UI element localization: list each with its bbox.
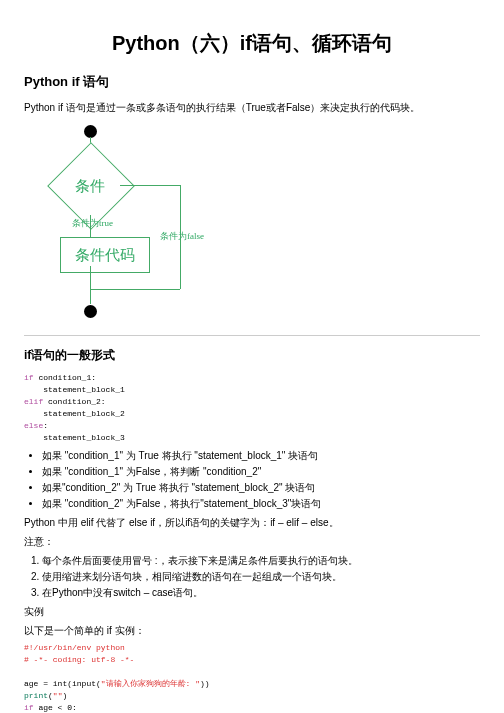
line [120, 185, 180, 186]
code-example: #!/usr/bin/env python # -*- coding: utf-… [24, 642, 480, 714]
elif-note: Python 中用 elif 代替了 else if，所以if语句的关键字为：i… [24, 515, 480, 530]
section-if: Python if 语句 [24, 72, 480, 92]
divider [24, 335, 480, 336]
true-label: 条件为true [72, 217, 113, 231]
code-form: if condition_1: statement_block_1 elif c… [24, 372, 480, 444]
line [90, 266, 91, 304]
list-item: 如果 "condition_1" 为 True 将执行 "statement_b… [42, 448, 480, 463]
false-label: 条件为false [160, 230, 204, 244]
intro-text: Python if 语句是通过一条或多条语句的执行结果（True或者False）… [24, 100, 480, 115]
list-item: 在Python中没有switch – case语句。 [42, 585, 480, 600]
line [90, 289, 180, 290]
example-label: 实例 [24, 604, 480, 619]
list-item: 使用缩进来划分语句块，相同缩进数的语句在一起组成一个语句块。 [42, 569, 480, 584]
notes-list: 每个条件后面要使用冒号 :，表示接下来是满足条件后要执行的语句块。 使用缩进来划… [42, 553, 480, 600]
list-item: 每个条件后面要使用冒号 :，表示接下来是满足条件后要执行的语句块。 [42, 553, 480, 568]
list-item: 如果 "condition_1" 为False，将判断 "condition_2… [42, 464, 480, 479]
flowchart: 条件 条件为true 条件代码 条件为false [44, 125, 244, 325]
list-item: 如果"condition_2" 为 True 将执行 "statement_bl… [42, 480, 480, 495]
page-title: Python（六）if语句、循环语句 [24, 28, 480, 58]
code-block-node: 条件代码 [60, 237, 150, 274]
list-item: 如果 "condition_2" 为False，将执行"statement_bl… [42, 496, 480, 511]
example-intro: 以下是一个简单的 if 实例： [24, 623, 480, 638]
end-dot [84, 305, 97, 318]
note-label: 注意： [24, 534, 480, 549]
section-form-title: if语句的一般形式 [24, 346, 480, 364]
bullets-list: 如果 "condition_1" 为 True 将执行 "statement_b… [42, 448, 480, 511]
condition-label: 条件 [60, 175, 120, 198]
